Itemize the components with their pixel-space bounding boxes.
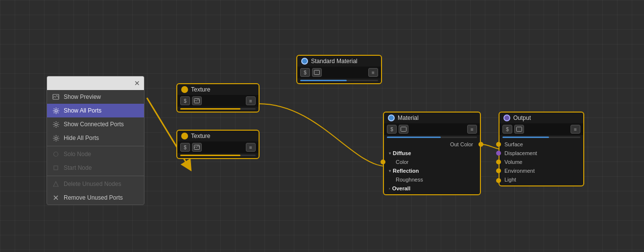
material-progress-bar <box>387 137 441 138</box>
menu-label-hide-all-ports: Hide All Ports <box>64 135 99 141</box>
context-menu: ✕ Show Preview Show All Ports Show Conne… <box>47 76 144 205</box>
svg-rect-12 <box>314 70 320 75</box>
output-header: Output <box>500 113 583 123</box>
output-volume-row: Volume <box>500 158 583 166</box>
menu-item-start-node: Start Node <box>47 161 144 175</box>
output-icon <box>503 115 510 121</box>
material-image-btn[interactable] <box>399 125 408 134</box>
output-menu-btn[interactable]: ≡ <box>571 125 580 134</box>
material-roughness-label: Roughness <box>396 177 423 183</box>
texture-node-1: Texture $ ≡ <box>176 83 260 113</box>
menu-divider-2 <box>47 176 144 176</box>
standard-material-icon <box>301 58 308 65</box>
material-color-label: Color <box>396 159 408 165</box>
diffuse-chevron: ▾ <box>389 151 391 156</box>
texture-2-dollar-btn[interactable]: $ <box>180 143 190 152</box>
output-surface-label: Surface <box>504 141 523 147</box>
menu-label-show-preview: Show Preview <box>64 93 101 100</box>
menu-label-delete-unused-nodes: Delete Unused Nodes <box>64 181 121 187</box>
svg-point-5 <box>54 152 58 157</box>
search-input[interactable] <box>51 80 119 87</box>
menu-item-solo-node: Solo Node <box>47 147 144 161</box>
material-header: Material <box>384 113 480 123</box>
menu-item-show-all-ports[interactable]: Show All Ports <box>47 104 144 117</box>
menu-item-delete-unused-nodes: Delete Unused Nodes <box>47 177 144 191</box>
output-displacement-port <box>496 151 501 156</box>
menu-item-show-connected-ports[interactable]: Show Connected Ports <box>47 117 144 131</box>
material-out-color-port <box>478 142 483 147</box>
svg-point-4 <box>55 137 57 139</box>
texture-2-title: Texture <box>191 133 210 139</box>
output-progress <box>502 137 580 138</box>
material-color-row: Color <box>384 158 480 166</box>
menu-item-remove-unused-ports[interactable]: Remove Unused Ports <box>47 191 144 205</box>
standard-material-progress-bar <box>300 80 347 81</box>
standard-material-image-btn[interactable] <box>312 68 322 77</box>
search-bar[interactable]: ✕ <box>47 76 144 90</box>
texture-2-progress-bar <box>180 155 240 156</box>
material-reflection-label: Reflection <box>393 168 419 174</box>
material-diffuse-section: ▾ Diffuse <box>384 149 480 158</box>
gear-icon-hide-ports <box>52 134 60 142</box>
output-environment-label: Environment <box>504 168 535 174</box>
reflection-chevron: ▾ <box>389 169 391 173</box>
standard-material-header: Standard Material <box>297 56 381 67</box>
menu-item-hide-all-ports[interactable]: Hide All Ports <box>47 131 144 145</box>
standard-material-node: Standard Material $ ≡ <box>296 55 382 84</box>
output-title: Output <box>513 115 531 121</box>
texture-1-menu-btn[interactable]: ≡ <box>246 96 256 105</box>
svg-point-2 <box>55 110 57 112</box>
texture-1-dollar-btn[interactable]: $ <box>180 96 190 105</box>
texture-1-title: Texture <box>191 86 210 93</box>
menu-label-start-node: Start Node <box>64 164 92 171</box>
material-menu-btn[interactable]: ≡ <box>467 125 477 134</box>
material-overall-label: Overall <box>392 185 410 191</box>
material-roughness-row: Roughness <box>384 175 480 184</box>
material-node: Material $ ≡ Out Color ▾ Diffuse Color ▾… <box>383 112 481 195</box>
triangle-icon <box>52 180 60 188</box>
output-volume-port <box>496 160 501 164</box>
x-icon <box>52 194 60 202</box>
texture-node-2: Texture $ ≡ <box>176 130 260 159</box>
svg-marker-7 <box>53 182 58 186</box>
output-node: Output $ ≡ Surface Displacement Volume E… <box>499 112 584 186</box>
close-icon[interactable]: ✕ <box>134 79 140 87</box>
gear-icon-connected-ports <box>52 120 60 128</box>
overall-chevron: › <box>389 186 390 191</box>
standard-material-progress <box>300 80 378 81</box>
circle-icon <box>52 150 60 158</box>
texture-2-menu-btn[interactable]: ≡ <box>246 143 256 152</box>
material-progress <box>387 137 477 138</box>
output-light-port <box>496 178 501 183</box>
svg-rect-6 <box>54 166 58 170</box>
output-dollar-btn[interactable]: $ <box>502 125 512 134</box>
material-color-port <box>381 160 385 164</box>
output-surface-port <box>496 142 501 147</box>
output-toolbar: $ ≡ <box>500 123 583 135</box>
standard-material-menu-btn[interactable]: ≡ <box>368 68 378 77</box>
material-out-color-row: Out Color <box>384 140 480 149</box>
menu-label-solo-node: Solo Node <box>64 151 91 158</box>
texture-2-icon <box>181 133 188 139</box>
material-dollar-btn[interactable]: $ <box>387 125 397 134</box>
svg-point-3 <box>55 123 57 126</box>
material-title: Material <box>398 115 419 121</box>
texture-1-image-btn[interactable] <box>192 96 202 105</box>
gear-icon-all-ports <box>52 107 60 115</box>
menu-label-remove-unused-ports: Remove Unused Ports <box>64 194 123 201</box>
output-light-label: Light <box>504 177 516 183</box>
svg-rect-13 <box>401 127 406 132</box>
texture-node-1-header: Texture <box>177 84 259 95</box>
output-displacement-row: Displacement <box>500 149 583 158</box>
image-icon <box>52 93 60 101</box>
standard-material-dollar-btn[interactable]: $ <box>300 68 310 77</box>
texture-2-image-btn[interactable] <box>192 143 202 152</box>
output-image-btn[interactable] <box>514 125 524 134</box>
texture-1-progress <box>180 108 256 110</box>
output-volume-label: Volume <box>504 159 523 165</box>
standard-material-toolbar: $ ≡ <box>297 67 381 78</box>
menu-divider-1 <box>47 146 144 146</box>
material-overall-section: › Overall <box>384 184 480 194</box>
output-progress-bar <box>502 137 549 138</box>
menu-item-show-preview[interactable]: Show Preview <box>47 90 144 104</box>
